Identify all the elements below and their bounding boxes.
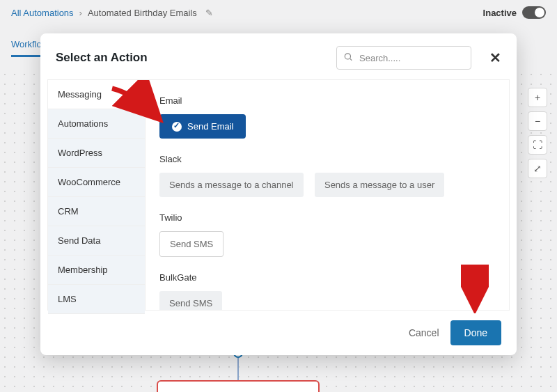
check-circle-icon: [172, 122, 182, 132]
status-toggle[interactable]: [522, 6, 546, 19]
bulkgate-sms-action[interactable]: Send SMS: [159, 291, 222, 310]
close-button[interactable]: ✕: [489, 49, 501, 66]
pencil-icon[interactable]: ✎: [205, 8, 213, 18]
search-icon: [343, 52, 353, 64]
sidebar-item-wordpress[interactable]: WordPress: [48, 139, 145, 168]
svg-point-0: [345, 54, 350, 59]
sidebar-item-membership[interactable]: Membership: [48, 256, 145, 285]
sidebar-item-lms[interactable]: LMS: [48, 285, 145, 314]
section-title-slack: Slack: [159, 154, 495, 164]
search-input[interactable]: [336, 46, 471, 70]
fit-button[interactable]: ⤢: [528, 159, 547, 178]
breadcrumb-current: Automated Birthday Emails: [88, 8, 197, 18]
sidebar-item-automations[interactable]: Automations: [48, 109, 145, 139]
chevron-right-icon: ›: [79, 8, 82, 18]
top-bar: All Automations › Automated Birthday Ema…: [0, 0, 557, 25]
zoom-out-button[interactable]: −: [528, 111, 547, 131]
sidebar-item-woocommerce[interactable]: WooCommerce: [48, 168, 145, 197]
action-label: Send Email: [187, 121, 233, 132]
zoom-in-button[interactable]: +: [528, 88, 547, 107]
svg-line-1: [350, 58, 352, 61]
send-email-action[interactable]: Send Email: [159, 114, 246, 139]
slack-channel-action[interactable]: Sends a message to a channel: [159, 173, 304, 197]
action-categories-sidebar: Messaging Automations WordPress WooComme…: [48, 80, 146, 310]
slack-user-action[interactable]: Sends a message to a user: [315, 173, 444, 197]
section-title-email: Email: [159, 95, 495, 106]
sidebar-item-crm[interactable]: CRM: [48, 197, 145, 226]
breadcrumb: All Automations › Automated Birthday Ema…: [11, 8, 213, 18]
cancel-button[interactable]: Cancel: [409, 327, 439, 338]
twilio-sms-action[interactable]: Send SMS: [159, 231, 223, 257]
done-button[interactable]: Done: [450, 320, 501, 345]
section-title-twilio: Twilio: [159, 212, 495, 223]
goal-node[interactable]: [157, 380, 320, 392]
actions-panel: Email Send Email Slack Sends a message t…: [146, 80, 509, 310]
sidebar-item-send-data[interactable]: Send Data: [48, 226, 145, 256]
status-label: Inactive: [483, 8, 517, 18]
section-title-bulkgate: BulkGate: [159, 272, 495, 283]
fullscreen-button[interactable]: ⛶: [528, 135, 547, 155]
sidebar-item-messaging[interactable]: Messaging: [48, 80, 145, 109]
modal-title: Select an Action: [56, 51, 148, 65]
breadcrumb-root[interactable]: All Automations: [11, 8, 74, 18]
canvas-controls: + − ⛶ ⤢: [528, 88, 547, 178]
select-action-modal: Select an Action ✕ Messaging Automations…: [40, 33, 517, 355]
